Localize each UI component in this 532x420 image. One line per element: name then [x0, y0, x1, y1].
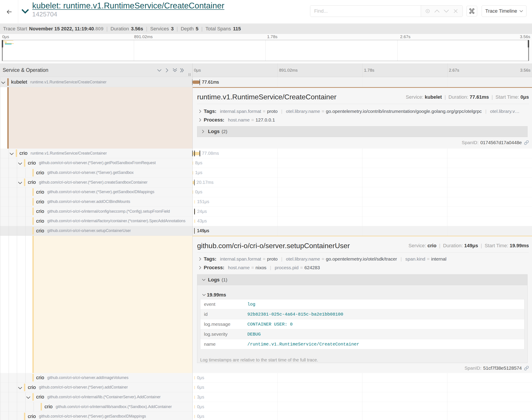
span-name-wrapper[interactable]: criogithub.com/cri-o/cri-o/server.addIma…: [36, 373, 128, 382]
find-next-button[interactable]: [443, 7, 450, 15]
span-row[interactable]: crioruntime.v1.RuntimeService/CreateCont…: [0, 149, 532, 158]
log-field-row: log.severityDEBUG: [200, 329, 524, 339]
summary-item-label: Trace Start: [3, 26, 27, 32]
span-row[interactable]: criogithub.com/cri-o/cri-o/internal/lib/…: [0, 402, 532, 412]
span-row[interactable]: criogithub.com/cri-o/cri-o/server.addOCI…: [0, 197, 532, 207]
timeline-gridline: [362, 197, 362, 207]
span-row[interactable]: criogithub.com/cri-o/cri-o/internal/conf…: [0, 207, 532, 216]
tags-accordion-header[interactable]: Tags:internal.span.format=proto|otel.lib…: [197, 107, 529, 115]
detail-header-row: github.com/cri-o/cri-o/server.setupConta…: [197, 241, 529, 251]
span-row[interactable]: criogithub.com/cri-o/cri-o/server.(*Serv…: [0, 383, 532, 392]
tag-item: host.name=nixos: [228, 265, 266, 270]
span-name-wrapper[interactable]: criogithub.com/cri-o/cri-o/internal/lib/…: [44, 402, 172, 411]
span-name-wrapper[interactable]: criogithub.com/cri-o/cri-o/internal/lib.…: [36, 392, 161, 402]
indent-guide: [9, 158, 9, 168]
span-duration-bar[interactable]: [192, 152, 200, 155]
span-name-wrapper[interactable]: criogithub.com/cri-o/cri-o/server.(*Serv…: [28, 158, 156, 168]
detail-left-tint[interactable]: [9, 87, 192, 149]
span-collapse-chevron[interactable]: [1, 81, 5, 84]
timeline-gridline: [362, 216, 362, 226]
span-collapse-chevron[interactable]: [18, 162, 22, 165]
tag-key: process.pid: [275, 265, 298, 270]
span-duration-bar[interactable]: [194, 220, 195, 223]
trace-title-link[interactable]: kubelet: runtime.v1.RuntimeService/Creat…: [32, 1, 224, 10]
keyboard-shortcuts-button[interactable]: [467, 6, 477, 16]
span-log-marker[interactable]: [200, 79, 200, 85]
span-row[interactable]: criogithub.com/cri-o/cri-o/server.(*Serv…: [0, 187, 532, 197]
span-row[interactable]: criogithub.com/cri-o/cri-o/server.(*Serv…: [0, 158, 532, 168]
span-collapse-chevron[interactable]: [18, 386, 22, 389]
span-name-wrapper[interactable]: criogithub.com/cri-o/cri-o/server.(*Serv…: [28, 383, 128, 392]
span-collapse-chevron[interactable]: [18, 181, 22, 184]
process-accordion-header[interactable]: Process:host.name=127.0.0.1: [197, 116, 529, 124]
log-field-row: name/runtime.v1.RuntimeService/CreateCon…: [200, 339, 524, 349]
span-duration-bar[interactable]: [194, 405, 195, 408]
span-row[interactable]: criogithub.com/cri-o/cri-o/internal/lib.…: [0, 392, 532, 402]
span-row[interactable]: criogithub.com/cri-o/cri-o/server.addIma…: [0, 373, 532, 383]
span-log-marker[interactable]: [200, 150, 200, 156]
log-entry-header[interactable]: 19.99ms: [200, 292, 524, 298]
process-accordion-header[interactable]: Process:host.name=nixos|process.pid=6242…: [197, 264, 529, 272]
span-log-marker[interactable]: [194, 228, 195, 234]
span-name-wrapper[interactable]: criogithub.com/cri-o/cri-o/server.setupC…: [36, 226, 131, 236]
minimap-canvas[interactable]: [2, 40, 529, 61]
span-row[interactable]: criogithub.com/cri-o/cri-o/server.(*Serv…: [0, 178, 532, 187]
summary-item-value: 3.56s: [131, 26, 143, 32]
span-log-marker[interactable]: [194, 180, 195, 185]
view-type-dropdown[interactable]: Trace Timeline: [482, 5, 526, 17]
span-name-wrapper[interactable]: criogithub.com/cri-o/cri-o/server.(*Serv…: [28, 178, 148, 187]
span-row[interactable]: criogithub.com/cri-o/cri-o/internal/fact…: [0, 216, 532, 226]
chevron-right-icon: [199, 257, 201, 261]
span-log-marker[interactable]: [194, 209, 195, 214]
find-clear-button[interactable]: [452, 7, 459, 15]
deep-link-button[interactable]: [524, 140, 529, 145]
span-duration-bar[interactable]: [194, 386, 195, 389]
trace-header-collapse-toggle[interactable]: [21, 8, 29, 15]
deep-link-button[interactable]: [524, 366, 529, 371]
match-scope-button[interactable]: [424, 7, 431, 15]
span-row[interactable]: criogithub.com/cri-o/cri-o/server.setupC…: [0, 226, 532, 236]
span-collapse-chevron[interactable]: [26, 396, 31, 399]
span-id-label: SpanID:: [465, 365, 481, 371]
log-field-value: /runtime.v1.RuntimeService/CreateContain…: [244, 339, 524, 349]
column-resizer-grip[interactable]: [188, 73, 190, 76]
timeline-gridline: [362, 392, 362, 402]
tags-accordion-header[interactable]: Tags:internal.span.format=proto|otel.lib…: [197, 255, 529, 263]
column-divider[interactable]: [192, 63, 193, 420]
minimap-scrubber-grip[interactable]: [2, 40, 3, 47]
span-name-wrapper[interactable]: criogithub.com/cri-o/cri-o/internal/conf…: [36, 207, 170, 216]
expand-all-button[interactable]: [179, 67, 186, 73]
minimap-scrubber-grip[interactable]: [528, 40, 529, 47]
span-duration-bar[interactable]: [194, 396, 195, 399]
find-prev-button[interactable]: [433, 7, 441, 15]
minimap-scrubber-right[interactable]: [528, 40, 529, 61]
span-name-wrapper[interactable]: crioruntime.v1.RuntimeService/CreateCont…: [19, 149, 107, 158]
timeline-gridline: [447, 149, 447, 158]
span-row[interactable]: kubeletruntime.v1.RuntimeService/CreateC…: [0, 77, 532, 87]
span-name-wrapper[interactable]: kubeletruntime.v1.RuntimeService/CreateC…: [11, 77, 107, 87]
logs-accordion-header[interactable]: Logs(2): [197, 126, 528, 137]
chevron-down-icon: [157, 69, 162, 72]
minimap-scrubber-left[interactable]: [2, 40, 3, 61]
span-row[interactable]: criogithub.com/cri-o/cri-o/server.(*Serv…: [0, 168, 532, 178]
detail-left-tint[interactable]: [34, 236, 192, 373]
span-duration-bar[interactable]: [194, 415, 195, 418]
span-collapse-chevron[interactable]: [10, 152, 14, 155]
back-button[interactable]: [0, 0, 18, 24]
span-duration-bar[interactable]: [192, 80, 200, 84]
span-duration-bar[interactable]: [194, 376, 195, 379]
span-name-wrapper[interactable]: criogithub.com/cri-o/cri-o/server.addOCI…: [36, 197, 130, 207]
accordion-expand-icon: [197, 257, 204, 261]
collapse-all-button[interactable]: [172, 67, 178, 73]
span-log-marker[interactable]: [194, 150, 195, 156]
find-input[interactable]: [310, 6, 421, 17]
span-row[interactable]: criogithub.com/cri-o/cri-o/server.(*Serv…: [0, 412, 532, 420]
span-name-wrapper[interactable]: criogithub.com/cri-o/cri-o/server.(*Serv…: [36, 187, 155, 197]
span-name-wrapper[interactable]: criogithub.com/cri-o/cri-o/internal/fact…: [36, 216, 186, 226]
expand-one-button[interactable]: [164, 67, 170, 73]
span-name-wrapper[interactable]: criogithub.com/cri-o/cri-o/server.(*Serv…: [36, 168, 134, 177]
collapse-one-button[interactable]: [156, 67, 163, 73]
operation-name: github.com/cri-o/cri-o/internal/factory/…: [47, 219, 186, 223]
span-name-wrapper[interactable]: criogithub.com/cri-o/cri-o/server.(*Serv…: [28, 412, 146, 420]
logs-accordion-header[interactable]: Logs(1): [197, 274, 528, 285]
